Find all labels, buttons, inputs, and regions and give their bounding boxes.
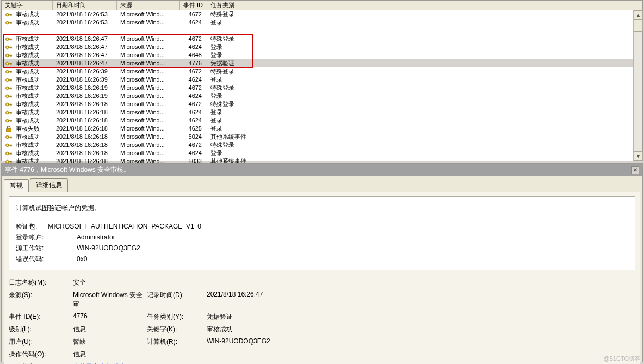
- cell-eventid: 4672: [189, 84, 202, 91]
- table-row[interactable]: 审核失败2021/8/18 16:26:18Microsoft Wind...4…: [2, 125, 642, 133]
- cell-eventid: 4672: [189, 68, 202, 75]
- table-row[interactable]: 审核成功2021/8/18 16:26:39Microsoft Wind...4…: [2, 76, 642, 84]
- cell-keyword: 审核成功: [16, 76, 40, 83]
- cell-eventid: 4672: [189, 35, 202, 42]
- cell-keyword: 审核成功: [16, 141, 40, 148]
- cell-source: Microsoft Wind...: [120, 52, 165, 58]
- logname-value: 安全: [73, 278, 147, 287]
- col-header-eventid[interactable]: 事件 ID: [180, 1, 207, 10]
- table-row[interactable]: 审核成功2021/8/18 16:26:19Microsoft Wind...4…: [2, 84, 642, 92]
- table-row[interactable]: [2, 27, 642, 35]
- cell-keyword: 审核成功: [16, 44, 40, 50]
- scroll-thumb[interactable]: [634, 20, 643, 32]
- cell-keyword: 审核成功: [16, 35, 40, 42]
- tab-details[interactable]: 详细信息: [30, 178, 68, 192]
- logname-label: 日志名称(M):: [9, 278, 73, 287]
- level-value: 信息: [73, 325, 147, 334]
- svg-rect-19: [11, 55, 11, 57]
- cell-source: Microsoft Wind...: [120, 92, 165, 99]
- err-value: 0x0: [77, 254, 87, 264]
- svg-rect-68: [11, 161, 11, 163]
- table-row[interactable]: 审核成功2021/8/18 16:26:18Microsoft Wind...4…: [2, 116, 642, 125]
- col-header-datetime[interactable]: 日期和时间: [53, 1, 117, 10]
- svg-point-9: [7, 39, 8, 40]
- cell-eventid: 5024: [189, 133, 202, 140]
- err-label: 错误代码:: [16, 254, 46, 264]
- cell-datetime: 2021/8/18 16:26:53: [56, 19, 108, 26]
- scroll-up-button[interactable]: ▲: [634, 10, 643, 20]
- cell-datetime: 2021/8/18 16:26:18: [56, 141, 108, 148]
- svg-point-45: [7, 112, 8, 113]
- source-value: Microsoft Windows 安全审: [73, 291, 147, 309]
- key-icon: [5, 141, 14, 149]
- cell-category: 登录: [210, 92, 222, 99]
- svg-rect-35: [11, 88, 11, 89]
- scroll-down-button[interactable]: ▼: [634, 151, 643, 161]
- event-message-box: 计算机试图验证帐户的凭据。 验证包: MICROSOFT_AUTHENTICAT…: [9, 196, 635, 270]
- table-row[interactable]: 审核成功2021/8/18 16:26:47Microsoft Wind...4…: [2, 35, 642, 43]
- table-row[interactable]: 审核成功2021/8/18 16:26:18Microsoft Wind...4…: [2, 141, 642, 149]
- cell-source: Microsoft Wind...: [120, 109, 165, 115]
- table-row[interactable]: 审核成功2021/8/18 16:26:18Microsoft Wind...5…: [2, 133, 642, 141]
- svg-rect-56: [11, 137, 11, 138]
- svg-point-21: [7, 63, 8, 64]
- table-row[interactable]: 审核成功2021/8/18 16:26:47Microsoft Wind...4…: [2, 43, 642, 51]
- cell-category: 特殊登录: [210, 11, 234, 17]
- cell-eventid: 4624: [189, 150, 202, 156]
- cell-keyword: 审核成功: [16, 109, 40, 115]
- svg-rect-51: [11, 120, 11, 122]
- cell-keyword: 审核成功: [16, 133, 40, 140]
- svg-point-1: [7, 14, 8, 15]
- detail-title-bar: 事件 4776，Microsoft Windows 安全审核。 ✕: [2, 164, 642, 176]
- svg-rect-39: [11, 96, 11, 97]
- keywords-label: 关键字(K):: [147, 325, 207, 334]
- svg-rect-60: [11, 145, 11, 146]
- cell-category: 登录: [210, 19, 222, 26]
- vertical-scrollbar[interactable]: ▲ ▼: [633, 10, 642, 161]
- cell-eventid: 4624: [189, 44, 202, 50]
- table-row[interactable]: 审核成功2021/8/18 16:26:53Microsoft Wind...4…: [2, 18, 642, 27]
- cell-keyword: 审核成功: [16, 84, 40, 91]
- table-row[interactable]: 审核成功2021/8/18 16:26:18Microsoft Wind...4…: [2, 108, 642, 116]
- table-row[interactable]: 审核成功2021/8/18 16:26:47Microsoft Wind...4…: [2, 59, 642, 67]
- taskcat-value: 凭据验证: [207, 312, 635, 322]
- computer-label: 计算机(R):: [147, 337, 207, 347]
- cell-source: Microsoft Wind...: [120, 101, 165, 107]
- svg-point-66: [7, 161, 8, 162]
- opcode-label: 操作代码(O):: [9, 350, 73, 359]
- close-icon[interactable]: ✕: [631, 166, 639, 174]
- cell-category: 凭据验证: [210, 60, 234, 66]
- cell-datetime: 2021/8/18 16:26:39: [56, 76, 108, 83]
- ws-label: 源工作站:: [16, 243, 46, 254]
- key-icon: [5, 52, 14, 59]
- tab-general[interactable]: 常规: [4, 179, 29, 192]
- cell-datetime: 2021/8/18 16:26:47: [56, 52, 108, 58]
- eventid-value: 4776: [73, 312, 147, 322]
- table-row[interactable]: 审核成功2021/8/18 16:26:19Microsoft Wind...4…: [2, 92, 642, 100]
- svg-rect-7: [11, 22, 11, 24]
- cell-category: 特殊登录: [210, 101, 234, 107]
- table-row[interactable]: 审核成功2021/8/18 16:26:18Microsoft Wind...4…: [2, 100, 642, 108]
- cell-datetime: 2021/8/18 16:26:18: [56, 109, 108, 115]
- cell-keyword: 审核成功: [16, 92, 40, 99]
- cell-category: 登录: [210, 117, 222, 124]
- cell-source: Microsoft Wind...: [120, 141, 165, 148]
- table-row[interactable]: 审核成功2021/8/18 16:26:47Microsoft Wind...4…: [2, 51, 642, 59]
- cell-datetime: 2021/8/18 16:26:18: [56, 150, 108, 156]
- col-header-category[interactable]: 任务类别: [207, 1, 642, 10]
- key-icon: [5, 35, 14, 43]
- cell-keyword: 审核成功: [16, 11, 40, 17]
- user-value: 暂缺: [73, 337, 147, 347]
- col-header-keyword[interactable]: 关键字: [2, 1, 53, 10]
- cell-datetime: 2021/8/18 16:26:47: [56, 60, 108, 66]
- table-row[interactable]: 审核成功2021/8/18 16:26:18Microsoft Wind...4…: [2, 149, 642, 157]
- table-row[interactable]: 审核成功2021/8/18 16:26:53Microsoft Wind...4…: [2, 10, 642, 18]
- cell-category: 特殊登录: [210, 141, 234, 148]
- cell-datetime: 2021/8/18 16:26:18: [56, 125, 108, 132]
- svg-rect-11: [11, 39, 11, 40]
- svg-point-5: [7, 22, 8, 23]
- svg-point-25: [7, 71, 8, 72]
- col-header-source[interactable]: 来源: [117, 1, 180, 10]
- key-icon: [5, 44, 14, 51]
- table-row[interactable]: 审核成功2021/8/18 16:26:39Microsoft Wind...4…: [2, 67, 642, 76]
